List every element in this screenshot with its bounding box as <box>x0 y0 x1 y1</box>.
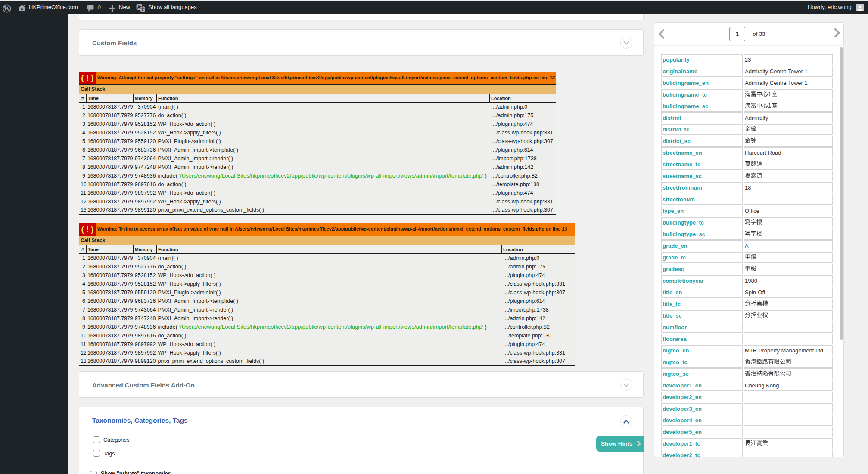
svg-text:文: 文 <box>141 7 145 12</box>
svg-text:A: A <box>137 5 140 9</box>
svg-text:W: W <box>4 5 10 12</box>
